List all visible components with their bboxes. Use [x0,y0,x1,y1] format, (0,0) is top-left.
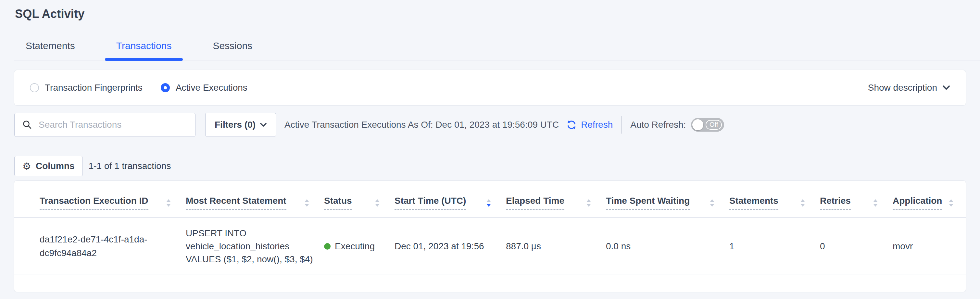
show-description-label: Show description [868,83,937,93]
search-input[interactable] [39,120,189,130]
search-box[interactable] [14,113,196,137]
status-dot-icon [324,243,331,249]
radio-active-executions[interactable]: Active Executions [161,83,247,93]
radio-label: Transaction Fingerprints [45,83,143,93]
sort-icon-active-desc[interactable] [487,199,491,207]
tab-transactions[interactable]: Transactions [105,36,183,60]
view-options-card: Transaction Fingerprints Active Executio… [14,70,966,105]
sort-icon[interactable] [375,199,380,207]
sql-activity-page: SQL Activity Statements Transactions Ses… [0,0,980,299]
column-header-status[interactable]: Status [324,196,395,210]
auto-refresh-label: Auto Refresh: [630,120,686,130]
sort-icon[interactable] [949,199,953,207]
column-header-transaction-execution-id[interactable]: Transaction Execution ID [40,196,186,210]
radio-unselected-icon[interactable] [30,83,39,92]
tab-sessions[interactable]: Sessions [201,36,264,60]
as-of-timestamp: Active Transaction Executions As Of: Dec… [285,120,559,130]
cell-start-time: Dec 01, 2023 at 19:56 [395,218,506,275]
radio-transaction-fingerprints[interactable]: Transaction Fingerprints [30,83,143,93]
cell-time-spent-waiting: 0.0 ns [606,218,729,275]
sort-icon[interactable] [305,199,309,207]
column-header-elapsed-time[interactable]: Elapsed Time [506,196,606,210]
cell-application: movr [892,218,966,275]
result-count: 1-1 of 1 transactions [89,161,171,171]
filters-label: Filters (0) [215,120,256,130]
sort-icon[interactable] [873,199,878,207]
sort-icon[interactable] [166,199,171,207]
refresh-icon [566,119,577,130]
column-header-statements[interactable]: Statements [729,196,820,210]
sort-icon[interactable] [800,199,805,207]
toggle-knob[interactable] [692,119,703,130]
column-header-most-recent-statement[interactable]: Most Recent Statement [186,196,324,210]
tab-statements[interactable]: Statements [14,36,86,60]
column-header-application[interactable]: Application [892,196,966,210]
chevron-down-icon [260,123,267,127]
sort-icon[interactable] [587,199,591,207]
cell-statements: 1 [729,218,820,275]
sort-icon[interactable] [710,199,714,207]
show-description-toggle[interactable]: Show description [868,83,950,93]
auto-refresh-toggle[interactable]: Off [691,118,724,132]
column-header-time-spent-waiting[interactable]: Time Spent Waiting [606,196,729,210]
cell-most-recent-statement: UPSERT INTO vehicle_location_histories V… [186,218,324,275]
filters-button[interactable]: Filters (0) [205,113,276,137]
table-controls: ⚙ Columns 1-1 of 1 transactions [14,156,966,176]
cell-status: Executing [324,218,395,275]
table-row[interactable]: da1f21e2-de71-4c1f-a1da-dc9fc94a84a2 UPS… [14,218,966,275]
page-title: SQL Activity [0,0,980,21]
transactions-table-card: Transaction Execution ID Most Recent Sta… [14,181,966,292]
cell-transaction-execution-id: da1f21e2-de71-4c1f-a1da-dc9fc94a84a2 [14,218,186,275]
columns-label: Columns [36,161,75,171]
toolbar: Filters (0) Active Transaction Execution… [14,112,966,137]
toggle-state-label: Off [706,120,722,130]
refresh-label: Refresh [581,120,613,130]
radio-label: Active Executions [176,83,247,93]
divider [621,116,622,134]
columns-button[interactable]: ⚙ Columns [14,156,83,176]
gear-icon: ⚙ [22,161,31,172]
cell-retries: 0 [820,218,892,275]
status-badge: Executing [335,241,375,251]
search-icon [22,120,32,130]
transactions-table: Transaction Execution ID Most Recent Sta… [14,181,966,275]
table-header-row: Transaction Execution ID Most Recent Sta… [14,181,966,218]
tab-bar: Statements Transactions Sessions [14,36,980,61]
column-header-retries[interactable]: Retries [820,196,892,210]
column-header-start-time[interactable]: Start Time (UTC) [395,196,506,210]
chevron-down-icon [942,85,950,90]
refresh-button[interactable]: Refresh [566,119,613,130]
radio-selected-icon[interactable] [161,83,170,92]
cell-elapsed-time: 887.0 µs [506,218,606,275]
